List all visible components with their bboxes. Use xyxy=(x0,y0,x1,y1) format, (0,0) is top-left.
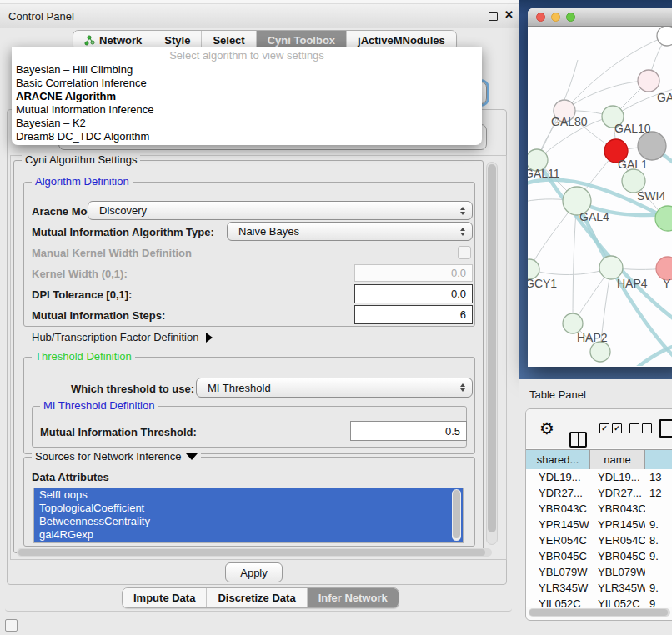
close-icon[interactable]: ✕ xyxy=(504,8,514,21)
close-traffic-icon[interactable] xyxy=(536,12,545,22)
algorithm-option[interactable]: Bayesian – K2 xyxy=(12,117,482,130)
sources-title-row[interactable]: Sources for Network Inference xyxy=(32,450,201,462)
mi-threshold-input[interactable]: 0.5 xyxy=(350,421,467,441)
network-node-label: GAL4 xyxy=(579,210,609,223)
attribute-list-item[interactable]: gal4RGexp xyxy=(34,528,463,542)
network-node-label: Y xyxy=(663,277,671,290)
table-cell: YPR145W xyxy=(526,518,590,531)
algorithm-option[interactable]: Bayesian – Hill Climbing xyxy=(12,63,482,77)
mi-steps-value: 6 xyxy=(460,308,466,321)
minimize-traffic-icon[interactable] xyxy=(551,12,560,22)
table-cell: 12 xyxy=(645,487,672,499)
network-node-label: GAL11 xyxy=(528,167,560,180)
network-node[interactable] xyxy=(590,342,610,362)
data-attributes-list[interactable]: SelfLoopsTopologicalCoefficientBetweenne… xyxy=(33,488,464,543)
table-row[interactable]: YPR145WYPR145W9. xyxy=(526,517,672,532)
sources-title: Sources for Network Inference xyxy=(35,450,182,462)
collapse-arrow-icon xyxy=(186,453,198,460)
algorithm-dropdown-list: Bayesian – Hill ClimbingBasic Correlatio… xyxy=(12,63,482,143)
table-settings-gear-icon[interactable]: ⚙ xyxy=(539,420,554,437)
tab-infer-network[interactable]: Infer Network xyxy=(308,588,399,608)
tab-discretize-data[interactable]: Discretize Data xyxy=(207,588,307,608)
table-row[interactable]: YDL19...YDL19...13 xyxy=(526,469,672,485)
table-row[interactable]: YBL079WYBL079W xyxy=(526,564,672,580)
zoom-traffic-icon[interactable] xyxy=(566,12,575,22)
which-threshold-value: MI Threshold xyxy=(208,382,271,394)
network-view-window[interactable]: GALGAL80GAL10GAL1GAL11SWI4GAL4GCY1HAP4YH… xyxy=(528,8,672,367)
select-all-checkboxes-icon[interactable]: ✓✓ xyxy=(599,423,622,433)
table-row[interactable]: YER054CYER054C8. xyxy=(526,532,672,548)
aracne-mode-combobox[interactable]: Discovery xyxy=(88,201,473,220)
minimized-panel-icon[interactable] xyxy=(5,619,18,632)
network-edge[interactable] xyxy=(529,268,611,275)
network-node[interactable] xyxy=(638,70,659,92)
kernel-width-label: Kernel Width (0,1): xyxy=(32,268,128,280)
table-horizontal-scrollbar[interactable] xyxy=(529,608,670,617)
table-cell: YBR043C xyxy=(526,502,590,515)
dpi-tolerance-input[interactable]: 0.0 xyxy=(354,284,473,303)
which-threshold-combobox[interactable]: MI Threshold xyxy=(196,378,473,398)
table-rows: YDL19...YDL19...13YDR27...YDR27...12YBR0… xyxy=(526,469,672,608)
network-canvas[interactable]: GALGAL80GAL10GAL1GAL11SWI4GAL4GCY1HAP4YH… xyxy=(528,27,672,366)
algorithm-option[interactable]: ARACNE Algorithm xyxy=(12,90,482,103)
network-node[interactable] xyxy=(599,256,623,279)
attribute-list-item[interactable]: BetweennessCentrality xyxy=(34,515,463,528)
network-node-label: HAP2 xyxy=(577,331,608,344)
network-node-label: GCY1 xyxy=(528,277,557,290)
attribute-list-item[interactable]: TopologicalCoefficient xyxy=(34,502,463,515)
tab-label: Style xyxy=(164,34,190,47)
hub-definition-expander[interactable]: Hub/Transcription Factor Definition xyxy=(32,331,213,343)
dpi-tolerance-value: 0.0 xyxy=(451,288,466,300)
threshold-definition-title: Threshold Definition xyxy=(32,350,135,362)
group-title: Cyni Algorithm Settings xyxy=(22,153,140,166)
table-row[interactable]: YBR045CYBR045C9. xyxy=(526,548,672,564)
table-column-header[interactable] xyxy=(645,450,672,469)
deselect-all-checkboxes-icon[interactable] xyxy=(629,423,652,433)
table-header-row: shared...name xyxy=(526,449,672,470)
aracne-mode-value: Discovery xyxy=(99,204,147,217)
data-attributes-label: Data Attributes xyxy=(32,471,109,483)
table-toolbar: ⚙ ✓✓ xyxy=(526,409,672,448)
settings-horizontal-scrollbar[interactable] xyxy=(17,548,492,557)
network-node-label: SWI4 xyxy=(637,189,665,202)
float-window-icon[interactable] xyxy=(489,12,498,21)
split-columns-icon[interactable] xyxy=(569,432,587,448)
network-node-label: GAL80 xyxy=(551,115,588,128)
algorithm-option[interactable]: Mutual Information Inference xyxy=(12,103,482,117)
table-column-header[interactable]: shared... xyxy=(526,450,590,469)
new-table-file-icon[interactable] xyxy=(659,419,672,438)
table-cell: YBR045C xyxy=(590,550,645,562)
table-cell: YER054C xyxy=(590,534,645,547)
table-row[interactable]: YLR345WYLR345W9. xyxy=(526,580,672,596)
stepper-arrows-icon xyxy=(460,207,465,215)
settings-vertical-scrollbar[interactable] xyxy=(486,162,498,545)
table-cell: 9. xyxy=(645,550,672,562)
kernel-width-input[interactable]: 0.0 xyxy=(354,264,473,282)
expand-arrow-icon xyxy=(206,332,213,342)
network-node-label: GAL1 xyxy=(618,158,648,171)
network-node-label: HAP4 xyxy=(617,277,648,290)
table-row[interactable]: YBR043CYBR043C xyxy=(526,501,672,517)
network-edge-thick[interactable] xyxy=(636,341,672,366)
mi-steps-input[interactable]: 6 xyxy=(354,305,473,324)
algorithm-option[interactable]: Dream8 DC_TDC Algorithm xyxy=(12,130,482,143)
attribute-list-item[interactable]: SelfLoops xyxy=(34,488,463,502)
mi-type-combobox[interactable]: Naive Bayes xyxy=(227,222,473,241)
table-cell: 9. xyxy=(645,518,672,531)
tab-impute-data[interactable]: Impute Data xyxy=(123,588,207,608)
network-icon xyxy=(84,35,95,46)
table-cell: YIL052C xyxy=(526,598,590,608)
algorithm-option[interactable]: Basic Correlation Inference xyxy=(12,77,482,90)
table-row[interactable]: YDR27...YDR27...12 xyxy=(526,485,672,501)
apply-button[interactable]: Apply xyxy=(225,562,283,582)
network-edge[interactable] xyxy=(564,81,649,111)
network-window-titlebar[interactable] xyxy=(528,8,672,27)
network-node-label: GAL xyxy=(657,91,672,104)
table-row[interactable]: YIL052CYIL052C9 xyxy=(526,596,672,608)
table-column-header[interactable]: name xyxy=(590,450,645,469)
manual-kernel-checkbox[interactable] xyxy=(458,246,471,259)
table-cell: YDL19... xyxy=(590,471,645,483)
network-node[interactable] xyxy=(638,132,666,160)
network-node[interactable] xyxy=(657,27,672,46)
list-scrollbar[interactable] xyxy=(452,489,461,541)
